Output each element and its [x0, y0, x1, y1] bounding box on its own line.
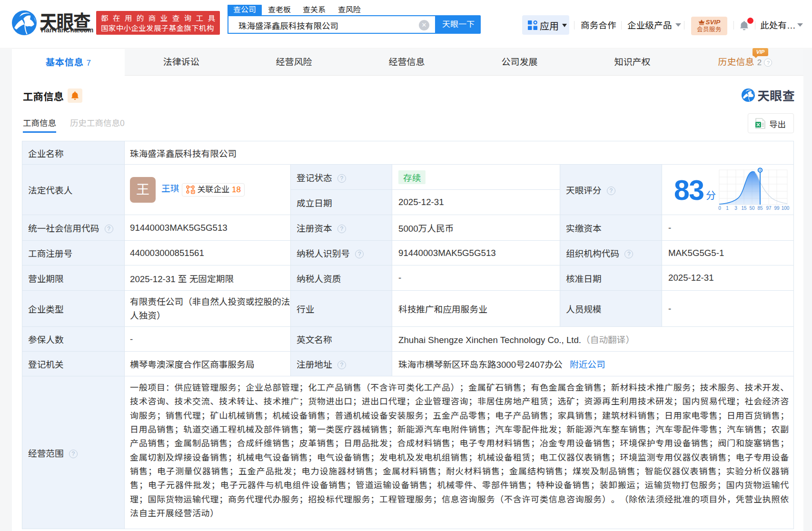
svg-text:15: 15	[741, 206, 747, 211]
svg-text:0: 0	[718, 206, 721, 211]
svg-text:3: 3	[734, 206, 737, 211]
svg-text:97: 97	[766, 206, 772, 211]
svg-text:50: 50	[749, 206, 755, 211]
svg-text:99: 99	[774, 206, 780, 211]
svg-text:85: 85	[757, 206, 763, 211]
svg-text:100: 100	[782, 206, 790, 211]
svg-text:1: 1	[726, 206, 729, 211]
